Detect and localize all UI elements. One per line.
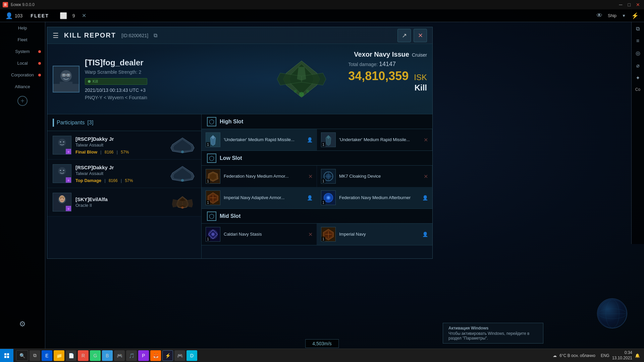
top-bar: 👤 103 FLEET ⬜ 9 ✕ 👁 Ship ▼ ⚡ (0, 9, 644, 22)
windows-activate-toast: Активация Windows Чтобы активировать Win… (443, 323, 543, 344)
taskbar-app7-icon[interactable]: D (186, 350, 197, 361)
taskbar-explorer-icon[interactable]: 📁 (54, 350, 64, 361)
taskbar-browser-icon[interactable]: 🦊 (150, 350, 161, 361)
stat-divider-3: | (104, 178, 105, 183)
high-slot-section: High Slot 1 'Undertaker' Me (202, 114, 432, 151)
taskbar-steam-icon[interactable]: 🎮 (174, 350, 185, 361)
time-display: 0:34 (612, 350, 632, 356)
participant-1-stats: Final Blow | 8166 | 57% (75, 149, 165, 155)
destroy-icon-2[interactable]: ✕ (308, 173, 313, 180)
close-report-button[interactable]: ✕ (414, 29, 427, 42)
taskbar-taskview-icon[interactable]: ⧉ (30, 350, 40, 361)
weather-icon: ☁ (553, 353, 557, 358)
date-display: 13.10.2021 (612, 356, 632, 361)
svg-point-15 (294, 90, 297, 93)
export-button[interactable]: ↗ (397, 29, 411, 42)
kill-report-id: [ID:6200621] (121, 33, 148, 38)
kill-report-ship-info: Vexor Navy Issue Cruiser Total damage: 1… (348, 51, 427, 93)
chevron-down-icon[interactable]: ▼ (622, 13, 626, 18)
participant-1-info: [RSCP]Dakky Jr Talwar Assault Final Blow… (75, 136, 165, 155)
sidebar-item-corporation[interactable]: Corporation (0, 70, 45, 80)
svg-point-49 (211, 233, 215, 236)
taskbar-app5-icon[interactable]: 🎵 (126, 350, 137, 361)
taskbar: 🔍 ⧉ E 📁 📄 R G B 🎮 🎵 P 🦊 ⚡ 🎮 D ☁ 6°C В ос… (0, 349, 644, 362)
participant-item: ■ [SKY]EvilAlfa Oracle II (47, 188, 201, 217)
maximize-button[interactable]: □ (627, 2, 632, 7)
ship-label[interactable]: Ship (608, 13, 616, 18)
sidebar-item-help[interactable]: Help (0, 23, 45, 33)
participant-1-ship: Talwar Assault (75, 142, 165, 147)
taskbar-search-icon[interactable]: 🔍 (16, 350, 28, 361)
top-close-icon[interactable]: ✕ (82, 12, 86, 19)
participant-2-damage: 8166 (109, 178, 118, 183)
right-icon-6[interactable]: ✦ (634, 73, 641, 82)
participants-title: Participants (57, 120, 85, 126)
window-controls: ─ □ ✕ (618, 2, 641, 7)
equipment-icon-armor: 1 (206, 169, 220, 184)
minimize-button[interactable]: ─ (618, 2, 624, 7)
kill-location: PNQY-Y < Wyvern < Fountain (85, 95, 147, 100)
equipment-icon-cloak: 1 (321, 169, 336, 184)
sidebar-item-alliance[interactable]: Alliance (0, 81, 45, 92)
participant-3-info: [SKY]EvilAlfa Oracle II (75, 196, 165, 208)
destroy-icon-3[interactable]: ✕ (424, 173, 428, 180)
svg-rect-52 (7, 353, 9, 355)
title-bar: R Бомж 9.0.0.0 ─ □ ✕ (0, 0, 644, 9)
equipment-qty-4: 1 (321, 179, 325, 183)
damage-label: Total damage: (348, 62, 378, 67)
taskbar-game-icon[interactable]: ⚡ (162, 350, 173, 361)
sidebar-item-system[interactable]: System (0, 46, 45, 57)
copy-icon[interactable]: ⧉ (154, 33, 157, 39)
damage-value: 14147 (379, 61, 396, 68)
destroy-icon-4[interactable]: ✕ (308, 231, 313, 238)
right-icon-2[interactable]: ⧉ (635, 24, 641, 33)
hamburger-menu-icon[interactable]: ☰ (53, 32, 59, 40)
destroy-icon-1[interactable]: ✕ (424, 137, 428, 143)
add-sidebar-item-button[interactable]: + (17, 96, 28, 106)
svg-rect-53 (4, 356, 6, 358)
svg-point-16 (306, 90, 309, 93)
right-icon-5[interactable]: ⌀ (635, 61, 641, 70)
svg-point-32 (60, 198, 61, 199)
close-button[interactable]: ✕ (635, 2, 641, 7)
taskbar-edge-icon[interactable]: E (42, 350, 52, 361)
participant-2-info: [RSCP]Dakky Jr Talwar Assault Top Damage… (75, 165, 165, 183)
taskbar-app2-icon[interactable]: G (90, 350, 101, 361)
taskbar-app4-icon[interactable]: 🎮 (114, 350, 125, 361)
low-slot-title: Low Slot (220, 155, 242, 161)
taskbar-app6-icon[interactable]: P (138, 350, 149, 361)
windows-start-button[interactable] (0, 349, 13, 362)
participant-2-stats: Top Damage | 8166 | 57% (75, 178, 165, 183)
taskbar-app3-icon[interactable]: B (102, 350, 113, 361)
svg-point-6 (63, 74, 65, 76)
sidebar-item-local[interactable]: Local (0, 58, 45, 68)
weather-temp: 6°C В осн. облачно (559, 353, 595, 358)
settings-icon[interactable]: ⚙ (19, 320, 26, 328)
final-blow-label: Final Blow (75, 149, 97, 155)
svg-rect-54 (7, 356, 9, 358)
activate-title: Активация Windows (448, 326, 538, 330)
app-title: Бомж 9.0.0.0 (11, 2, 35, 7)
kill-timestamp: 2021/10/13 00:13:43 UTC +3 (85, 87, 147, 93)
taskbar-notepad-icon[interactable]: 📄 (66, 350, 76, 361)
taskbar-app1-icon[interactable]: R (78, 350, 89, 361)
kill-badge-label: Kill (93, 79, 98, 84)
equipment-qty-3: 1 (206, 179, 210, 183)
fleet-separator: ⬜ (60, 12, 67, 19)
svg-point-33 (63, 198, 64, 199)
filter-icon[interactable]: ⚡ (631, 12, 639, 19)
svg-point-31 (59, 195, 65, 202)
participant-3-ship: Oracle II (75, 203, 165, 208)
fleet-label[interactable]: FLEET (31, 13, 49, 18)
taskbar-notification-icon[interactable]: 🔔 (635, 353, 640, 358)
right-icon-4[interactable]: ◎ (634, 49, 642, 58)
participant-1-avatar: ■ (53, 136, 71, 155)
sidebar-item-fleet[interactable]: Fleet (0, 35, 45, 45)
user-icon-2: 👤 (307, 195, 313, 200)
right-icon-3[interactable]: ≡ (635, 37, 641, 45)
svg-point-46 (327, 196, 330, 199)
speed-display: 4,503m/s (305, 339, 339, 348)
right-icon-7[interactable]: Co (634, 86, 642, 93)
isk-label: ISK (414, 73, 427, 82)
svg-point-26 (63, 170, 64, 171)
